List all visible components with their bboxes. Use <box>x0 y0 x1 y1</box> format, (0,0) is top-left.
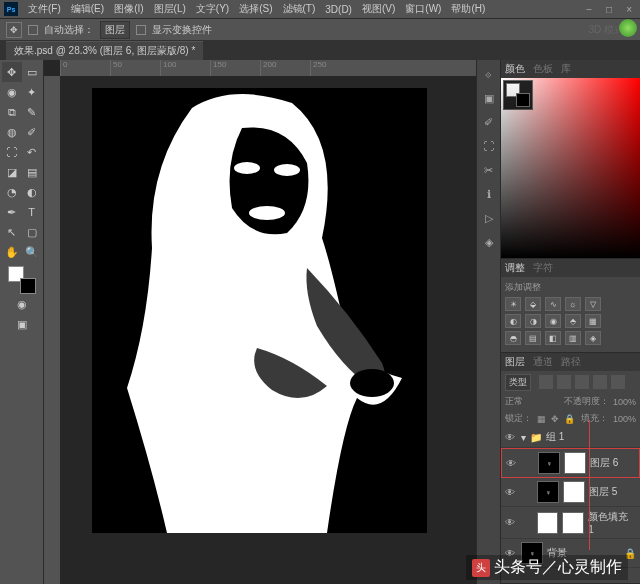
opacity-value[interactable]: 100% <box>613 397 636 407</box>
shape-tool[interactable]: ▢ <box>22 222 42 242</box>
layer-mask-thumb[interactable]: ♀ <box>563 481 585 503</box>
fx-icon[interactable]: ◈ <box>481 234 497 250</box>
adj-bw-icon[interactable]: ◑ <box>525 314 541 328</box>
marquee-tool[interactable]: ▭ <box>22 62 42 82</box>
adj-invert-icon[interactable]: ◓ <box>505 331 521 345</box>
auto-select-dropdown[interactable]: 图层 <box>100 21 130 39</box>
maximize-icon[interactable]: □ <box>602 4 616 15</box>
color-picker-swatches[interactable] <box>503 80 533 110</box>
eraser-tool[interactable]: ◪ <box>2 162 22 182</box>
menu-view[interactable]: 视图(V) <box>358 2 399 16</box>
adj-brightness-icon[interactable]: ☀ <box>505 297 521 311</box>
blur-tool[interactable]: ◔ <box>2 182 22 202</box>
libraries-tab[interactable]: 库 <box>561 62 571 76</box>
screenmode-tool[interactable]: ▣ <box>12 314 32 334</box>
menu-window[interactable]: 窗口(W) <box>401 2 445 16</box>
eyedropper-tool[interactable]: ✎ <box>22 102 42 122</box>
move-tool[interactable]: ✥ <box>2 62 22 82</box>
layer-group-row[interactable]: 👁 ▾ 📁 组 1 <box>501 427 640 448</box>
filter-smart-icon[interactable] <box>611 375 625 389</box>
menu-3d[interactable]: 3D(D) <box>321 4 356 15</box>
zoom-tool[interactable]: 🔍 <box>22 242 42 262</box>
menu-type[interactable]: 文字(Y) <box>192 2 233 16</box>
brush-panel-icon[interactable]: ✐ <box>481 114 497 130</box>
menu-layer[interactable]: 图层(L) <box>150 2 190 16</box>
adj-selective-icon[interactable]: ◈ <box>585 331 601 345</box>
brush-tool[interactable]: ✐ <box>22 122 42 142</box>
lock-all-icon[interactable]: 🔒 <box>564 414 575 424</box>
play-icon[interactable]: ▷ <box>481 210 497 226</box>
layer-thumb[interactable]: ♀ <box>538 452 560 474</box>
actions-icon[interactable]: ▣ <box>481 90 497 106</box>
path-tool[interactable]: ↖ <box>2 222 22 242</box>
layer-mask-thumb[interactable]: ♀ <box>564 452 586 474</box>
document-tab[interactable]: 效果.psd @ 28.3% (图层 6, 图层蒙版/8) * <box>6 41 203 60</box>
layer-thumb[interactable] <box>537 512 559 534</box>
adj-threshold-icon[interactable]: ◧ <box>545 331 561 345</box>
move-tool-icon[interactable]: ✥ <box>6 22 22 38</box>
layers-tab[interactable]: 图层 <box>505 355 525 369</box>
history-tool[interactable]: ↶ <box>22 142 42 162</box>
visibility-icon[interactable]: 👁 <box>505 517 517 528</box>
adj-photo-icon[interactable]: ◉ <box>545 314 561 328</box>
background-color[interactable] <box>20 278 36 294</box>
adjustments-tab[interactable]: 调整 <box>505 261 525 275</box>
layer-row[interactable]: 👁 ♀ ♀ 图层 5 <box>501 478 640 507</box>
layer-row-selected[interactable]: 👁 ♀ ♀ 图层 6 <box>501 448 640 478</box>
adj-levels-icon[interactable]: ⬙ <box>525 297 541 311</box>
clone-icon[interactable]: ⛶ <box>481 138 497 154</box>
adj-mixer-icon[interactable]: ⬘ <box>565 314 581 328</box>
filter-shape-icon[interactable] <box>593 375 607 389</box>
adj-lookup-icon[interactable]: ▦ <box>585 314 601 328</box>
wand-tool[interactable]: ✦ <box>22 82 42 102</box>
transform-checkbox[interactable] <box>136 25 146 35</box>
gradient-tool[interactable]: ▤ <box>22 162 42 182</box>
menu-help[interactable]: 帮助(H) <box>447 2 489 16</box>
heal-tool[interactable]: ◍ <box>2 122 22 142</box>
chevron-down-icon[interactable]: ▾ <box>521 432 526 443</box>
layer-thumb[interactable]: ♀ <box>537 481 559 503</box>
filter-adj-icon[interactable] <box>557 375 571 389</box>
menu-image[interactable]: 图像(I) <box>110 2 147 16</box>
history-icon[interactable]: ⟐ <box>481 66 497 82</box>
swatches-tab[interactable]: 色板 <box>533 62 553 76</box>
paths-tab[interactable]: 路径 <box>561 355 581 369</box>
close-icon[interactable]: × <box>622 4 636 15</box>
adj-poster-icon[interactable]: ▤ <box>525 331 541 345</box>
visibility-icon[interactable]: 👁 <box>506 458 518 469</box>
menu-file[interactable]: 文件(F) <box>24 2 65 16</box>
layer-mask-thumb[interactable] <box>562 512 584 534</box>
lock-position-icon[interactable]: ✥ <box>551 414 559 424</box>
filter-type-icon[interactable] <box>575 375 589 389</box>
adj-exposure-icon[interactable]: ☼ <box>565 297 581 311</box>
menu-select[interactable]: 选择(S) <box>235 2 276 16</box>
channels-tab[interactable]: 通道 <box>533 355 553 369</box>
adj-vibrance-icon[interactable]: ▽ <box>585 297 601 311</box>
auto-select-checkbox[interactable] <box>28 25 38 35</box>
adj-hue-icon[interactable]: ◐ <box>505 314 521 328</box>
color-picker[interactable] <box>501 78 640 258</box>
visibility-icon[interactable]: 👁 <box>505 432 517 443</box>
color-tab[interactable]: 颜色 <box>505 62 525 76</box>
visibility-icon[interactable]: 👁 <box>505 487 517 498</box>
type-tool[interactable]: T <box>22 202 42 222</box>
fill-value[interactable]: 100% <box>613 414 636 424</box>
canvas[interactable] <box>92 88 427 533</box>
blend-mode-dropdown[interactable]: 正常 <box>505 395 523 408</box>
info-icon[interactable]: ℹ <box>481 186 497 202</box>
stamp-tool[interactable]: ⛶ <box>2 142 22 162</box>
crop-tool[interactable]: ⧉ <box>2 102 22 122</box>
swap-icon[interactable]: ✂ <box>481 162 497 178</box>
menu-filter[interactable]: 滤镜(T) <box>279 2 320 16</box>
lasso-tool[interactable]: ◉ <box>2 82 22 102</box>
dodge-tool[interactable]: ◐ <box>22 182 42 202</box>
filter-pixel-icon[interactable] <box>539 375 553 389</box>
adj-gradient-icon[interactable]: ▥ <box>565 331 581 345</box>
adj-curves-icon[interactable]: ∿ <box>545 297 561 311</box>
layer-kind-dropdown[interactable]: 类型 <box>505 374 531 391</box>
lock-pixels-icon[interactable]: ▦ <box>537 414 546 424</box>
color-swatches[interactable] <box>8 266 36 294</box>
quickmask-tool[interactable]: ◉ <box>12 294 32 314</box>
layer-row[interactable]: 👁 颜色填充 1 <box>501 507 640 539</box>
menu-edit[interactable]: 编辑(E) <box>67 2 108 16</box>
